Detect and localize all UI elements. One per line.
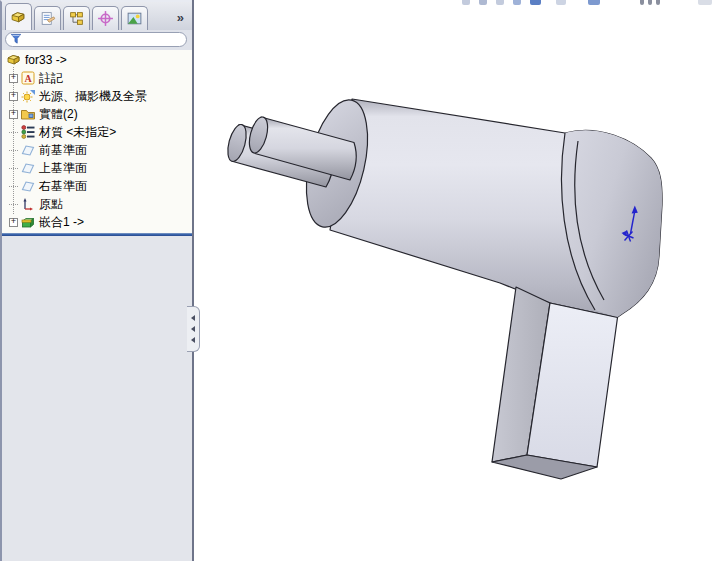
panel-splitter-handle[interactable] (187, 306, 200, 352)
part-icon (6, 52, 22, 68)
panel-right-border (192, 0, 194, 561)
plane-icon (20, 160, 36, 176)
featuremanager-panel: » (0, 0, 194, 561)
plane-icon (20, 178, 36, 194)
tree-item-label: 材質 <未指定> (39, 124, 116, 141)
toolbar-fragment[interactable] (698, 0, 712, 5)
splitter-arrow-icon (191, 337, 195, 343)
toolbar-fragment[interactable] (496, 0, 504, 5)
part-icon (10, 9, 27, 26)
tree-item-imported-feature[interactable]: + 嵌合1 -> (2, 213, 194, 231)
annotations-icon: A (20, 70, 36, 86)
tabstrip-overflow-chevron[interactable]: » (177, 11, 184, 24)
panel-lower-area (2, 236, 194, 561)
tree-item-label: 實體(2) (39, 106, 78, 123)
tree-item-label: for33 -> (25, 53, 67, 67)
tree-branch-stub (9, 132, 18, 133)
tree-item-label: 嵌合1 -> (39, 214, 84, 231)
tree-item-top-plane[interactable]: 上基準面 (2, 159, 194, 177)
configuration-icon (68, 10, 85, 27)
toolbar-fragment[interactable] (530, 0, 541, 5)
filter-funnel-icon (6, 31, 22, 49)
tree-item-solid-bodies[interactable]: + 實體(2) (2, 105, 194, 123)
solid-bodies-folder-icon (20, 106, 36, 122)
toolbar-fragment[interactable] (588, 0, 600, 5)
tree-branch-stub (9, 168, 18, 169)
tree-item-label: 原點 (39, 196, 63, 213)
tree-item-lights-cameras[interactable]: + 光源、攝影機及全景 (2, 87, 194, 105)
svg-text:A: A (24, 73, 32, 84)
toolbar-fragment[interactable] (513, 0, 521, 5)
dimxpert-target-icon (97, 10, 114, 27)
display-image-icon (126, 10, 143, 27)
propertymanager-tab[interactable] (34, 6, 61, 30)
tree-item-right-plane[interactable]: 右基準面 (2, 177, 194, 195)
expand-toggle[interactable]: + (9, 74, 18, 83)
displaymanager-tab[interactable] (121, 6, 148, 30)
panel-tabstrip: » (2, 2, 192, 30)
splitter-arrow-icon (191, 326, 195, 332)
featuremanager-tab[interactable] (5, 3, 32, 30)
splitter-arrow-icon (191, 315, 195, 321)
tree-item-label: 右基準面 (39, 178, 87, 195)
configurationmanager-tab[interactable] (63, 6, 90, 30)
expand-toggle[interactable]: + (9, 218, 18, 227)
tree-item-label: 註記 (39, 70, 63, 87)
tree-item-origin[interactable]: 原點 (2, 195, 194, 213)
origin-icon (20, 196, 36, 212)
toolbar-fragment[interactable] (656, 0, 660, 5)
tree-item-label: 上基準面 (39, 160, 87, 177)
toolbar-fragment[interactable] (648, 0, 652, 5)
imported-body-icon (20, 214, 36, 230)
lights-cameras-scene-icon (20, 88, 36, 104)
tree-item-front-plane[interactable]: 前基準面 (2, 141, 194, 159)
tree-item-label: 前基準面 (39, 142, 87, 159)
expand-toggle[interactable]: + (9, 92, 18, 101)
property-icon (39, 10, 56, 27)
tree-item-label: 光源、攝影機及全景 (39, 88, 147, 105)
toolbar-fragment[interactable] (556, 0, 566, 5)
feature-tree: for33 -> + A 註記 + (2, 50, 194, 233)
expand-toggle[interactable]: + (9, 110, 18, 119)
filter-field[interactable] (5, 32, 187, 47)
filter-input[interactable] (22, 34, 186, 45)
tree-item-part-root[interactable]: for33 -> (2, 51, 194, 69)
dimxpertmanager-tab[interactable] (92, 6, 119, 30)
tree-branch-stub (9, 150, 18, 151)
plane-icon (20, 142, 36, 158)
tree-branch-stub (9, 186, 18, 187)
toolbar-fragment[interactable] (462, 0, 470, 5)
material-icon (20, 124, 36, 140)
tree-branch-stub (9, 204, 18, 205)
toolbar-fragment[interactable] (640, 0, 644, 5)
tree-item-material[interactable]: 材質 <未指定> (2, 123, 194, 141)
solidworks-window: » (0, 0, 725, 561)
tree-item-annotations[interactable]: + A 註記 (2, 69, 194, 87)
filter-bar (2, 30, 192, 50)
toolbar-fragment[interactable] (479, 0, 487, 5)
